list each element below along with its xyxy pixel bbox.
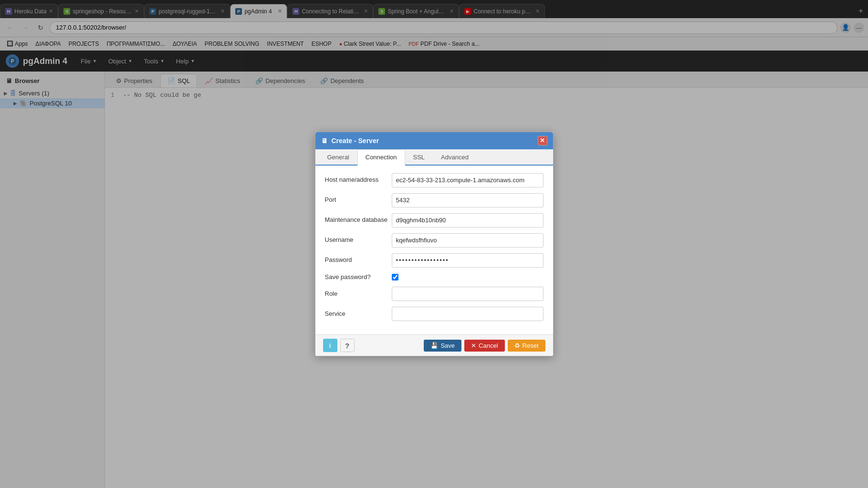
service-input[interactable]	[392, 307, 544, 321]
footer-right: 💾 Save ✕ Cancel ♻ Reset	[424, 340, 545, 352]
maintenance-db-input[interactable]	[392, 213, 544, 228]
dialog-body: Host name/address Port Maintenance datab…	[315, 166, 553, 335]
password-label: Password	[325, 256, 392, 264]
maintenance-db-label: Maintenance database	[325, 216, 392, 224]
dialog-header: 🖥 Create - Server ✕	[315, 132, 553, 149]
dialog-title-text: Create - Server	[332, 137, 379, 145]
role-input[interactable]	[392, 287, 544, 301]
dialog-tab-ssl[interactable]: SSL	[405, 149, 433, 165]
dialog-tab-connection[interactable]: Connection	[357, 149, 405, 166]
reset-button[interactable]: ♻ Reset	[508, 340, 545, 352]
cancel-label: Cancel	[479, 342, 498, 349]
username-input[interactable]	[392, 233, 544, 248]
port-label: Port	[325, 196, 392, 204]
form-row-password: Password	[325, 253, 544, 268]
save-password-label: Save password?	[325, 273, 392, 281]
dialog-tab-advanced-label: Advanced	[441, 154, 469, 161]
form-row-service: Service	[325, 307, 544, 321]
host-label: Host name/address	[325, 176, 392, 184]
info-button[interactable]: i	[323, 339, 337, 352]
create-server-dialog: 🖥 Create - Server ✕ General Connection S…	[315, 132, 554, 357]
info-icon: i	[329, 342, 331, 349]
dialog-title-icon: 🖥	[321, 137, 328, 145]
dialog-footer: i ? 💾 Save ✕ Cancel ♻ Reset	[315, 334, 553, 356]
reset-label: Reset	[523, 342, 539, 349]
dialog-tab-general[interactable]: General	[319, 149, 357, 165]
form-row-maintenance-db: Maintenance database	[325, 213, 544, 228]
cancel-icon: ✕	[471, 342, 476, 349]
save-button[interactable]: 💾 Save	[424, 340, 461, 352]
form-row-port: Port	[325, 193, 544, 208]
form-row-role: Role	[325, 287, 544, 301]
form-row-save-password: Save password?	[325, 273, 544, 281]
dialog-tab-advanced[interactable]: Advanced	[433, 149, 477, 165]
help-button[interactable]: ?	[340, 339, 355, 352]
modal-overlay: 🖥 Create - Server ✕ General Connection S…	[0, 0, 868, 488]
host-input[interactable]	[392, 173, 544, 187]
role-label: Role	[325, 290, 392, 298]
dialog-tab-connection-label: Connection	[366, 154, 397, 161]
dialog-tab-general-label: General	[327, 154, 349, 161]
help-icon: ?	[345, 342, 349, 350]
save-label: Save	[440, 342, 455, 349]
reset-icon: ♻	[514, 342, 520, 349]
port-input[interactable]	[392, 193, 544, 208]
service-label: Service	[325, 310, 392, 318]
cancel-button[interactable]: ✕ Cancel	[464, 340, 504, 352]
save-password-checkbox[interactable]	[392, 274, 398, 280]
dialog-close-button[interactable]: ✕	[538, 136, 547, 145]
form-row-username: Username	[325, 233, 544, 248]
dialog-tabs: General Connection SSL Advanced	[315, 149, 553, 166]
footer-left: i ?	[323, 339, 355, 352]
username-label: Username	[325, 236, 392, 244]
form-row-host: Host name/address	[325, 173, 544, 187]
save-icon: 💾	[430, 342, 438, 349]
dialog-title-area: 🖥 Create - Server	[321, 137, 379, 145]
password-input[interactable]	[392, 253, 544, 268]
dialog-tab-ssl-label: SSL	[413, 154, 425, 161]
